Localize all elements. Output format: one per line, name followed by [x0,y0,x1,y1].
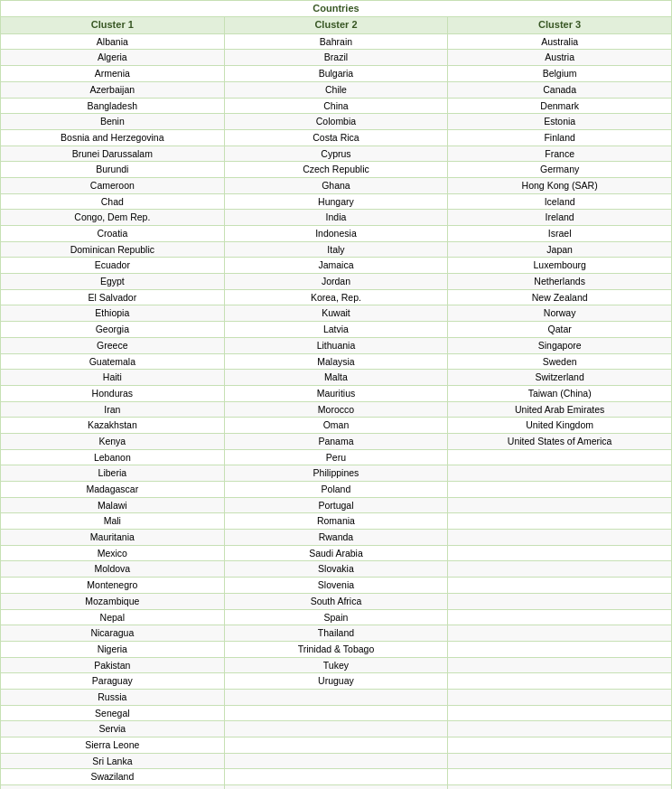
table-cell: Lebanon [1,449,225,465]
table-cell: Hungary [224,193,448,210]
table-cell: Belgium [448,66,672,82]
table-cell: Mozambique [1,593,225,609]
table-cell: Lithuania [224,337,448,353]
table-cell: Dominican Republic [1,241,225,258]
table-row: HaitiMaltaSwitzerland [1,370,672,386]
table-row: CameroonGhanaHong Kong (SAR) [1,177,672,193]
table-cell: New Zealand [448,289,672,305]
table-cell: Pakistan [1,657,225,673]
table-cell: Estonia [448,114,672,130]
table-cell: Spain [224,609,448,625]
table-cell: Singapore [448,337,672,353]
table-cell: Madagascar [1,482,225,498]
table-row: KenyaPanamaUnited States of America [1,433,672,449]
table-cell [448,545,672,561]
table-cell: Mauritania [1,530,225,546]
table-cell: Iran [1,401,225,418]
table-cell [448,625,672,642]
table-cell: Ghana [224,177,448,193]
table-cell: Czech Republic [224,162,448,178]
table-cell: China [224,98,448,114]
table-row: EgyptJordanNetherlands [1,274,672,290]
table-row: AzerbaijanChileCanada [1,81,672,98]
header-row: Cluster 1 Cluster 2 Cluster 3 [1,17,672,33]
table-cell: Australia [448,33,672,50]
title-row: Countries [1,1,672,17]
table-row: GeorgiaLatviaQatar [1,322,672,338]
table-cell [448,641,672,657]
table-cell: Bosnia and Herzegovina [1,129,225,146]
table-body: AlbaniaBahrainAustraliaAlgeriaBrazilAust… [1,33,672,789]
table-cell: Brunei Darussalam [1,146,225,162]
table-row: MozambiqueSouth Africa [1,593,672,609]
table-cell: Ethiopia [1,305,225,322]
table-cell: Sierra Leone [1,737,225,754]
table-row: MauritaniaRwanda [1,530,672,546]
table-cell: Canada [448,81,672,98]
cluster2-header: Cluster 2 [224,17,448,33]
table-cell: India [224,210,448,226]
table-cell: Guatemala [1,353,225,370]
table-cell [448,530,672,546]
table-cell [224,753,448,769]
table-cell: Algeria [1,50,225,66]
table-cell [448,561,672,578]
table-row: Congo, Dem Rep.IndiaIreland [1,210,672,226]
table-row: Russia [1,689,672,705]
table-cell: Portugal [224,497,448,513]
table-row: CroatiaIndonesiaIsrael [1,226,672,242]
table-cell [448,721,672,737]
table-cell: Montenegro [1,578,225,594]
table-cell: Liberia [1,465,225,482]
table-cell: South Africa [224,593,448,609]
table-cell [224,785,448,789]
table-cell [448,609,672,625]
table-cell [448,449,672,465]
table-cell: Netherlands [448,274,672,290]
table-cell [448,465,672,482]
table-cell: Ireland [448,210,672,226]
table-cell: Brazil [224,50,448,66]
table-cell [448,513,672,530]
table-cell: Uruguay [224,673,448,690]
table-cell: El Salvador [1,289,225,305]
table-cell [448,753,672,769]
table-cell: Rwanda [224,530,448,546]
table-cell: Hong Kong (SAR) [448,177,672,193]
table-cell: Kuwait [224,305,448,322]
table-cell: Japan [448,241,672,258]
table-cell [448,673,672,690]
table-cell: Congo, Dem Rep. [1,210,225,226]
table-cell: Nicaragua [1,625,225,642]
table-cell: Servia [1,721,225,737]
table-row: GuatemalaMalaysiaSweden [1,353,672,370]
table-cell: Mauritius [224,385,448,401]
table-cell [448,593,672,609]
table-row: EcuadorJamaicaLuxembourg [1,258,672,274]
table-row: Bosnia and HerzegovinaCosta RicaFinland [1,129,672,146]
table-cell: Oman [224,418,448,434]
table-row: MexicoSaudi Arabia [1,545,672,561]
table-cell: Thailand [224,625,448,642]
table-row: MadagascarPoland [1,482,672,498]
table-cell: Jordan [224,274,448,290]
table-cell: Colombia [224,114,448,130]
table-cell: Ecuador [1,258,225,274]
table-row: Sri Lanka [1,753,672,769]
table-cell: Austria [448,50,672,66]
table-cell [448,737,672,754]
table-row: BurundiCzech RepublicGermany [1,162,672,178]
table-cell [448,785,672,789]
table-cell [448,578,672,594]
table-cell: Kenya [1,433,225,449]
table-cell: Burundi [1,162,225,178]
table-cell: Slovenia [224,578,448,594]
table-row: MontenegroSlovenia [1,578,672,594]
table-cell: Tanzania United Republic Of [1,785,225,789]
table-cell: Russia [1,689,225,705]
table-cell [448,497,672,513]
table-cell: Romania [224,513,448,530]
table-cell: Italy [224,241,448,258]
table-cell: Qatar [448,322,672,338]
table-cell: Jamaica [224,258,448,274]
